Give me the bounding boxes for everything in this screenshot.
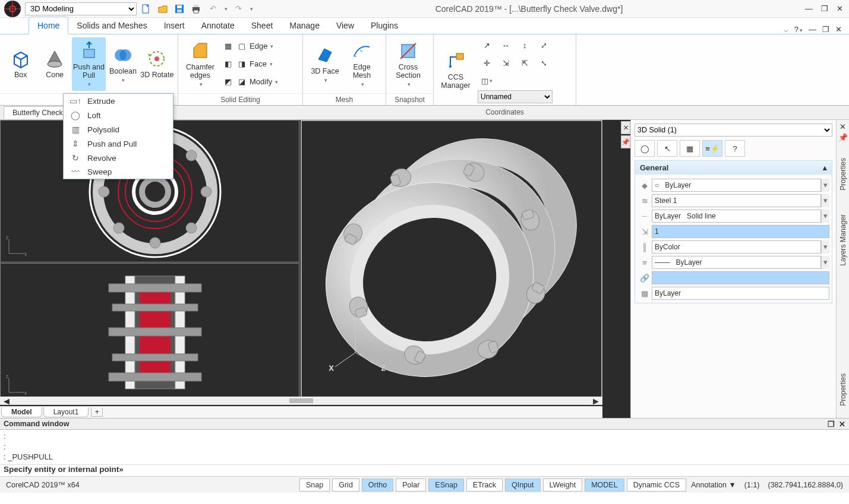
undo-icon[interactable]: ↶ [207,3,219,15]
toggle-qinput[interactable]: QInput [505,478,541,492]
3d-rotate-button[interactable]: 3D Rotate [140,37,174,91]
ccs-manager-button[interactable]: CCS Manager [437,43,474,97]
menu-loft[interactable]: ◯Loft [64,108,173,122]
coord-icon[interactable]: ⤢ [535,37,553,53]
cmd-restore-icon[interactable]: ❐ [828,420,835,429]
coord-icon[interactable]: ⇱ [516,55,534,71]
doc-minimize-icon[interactable]: — [809,25,816,34]
annotation-dd[interactable]: Annotation ▼ [691,481,736,489]
chevron-down-icon[interactable]: ▾ [821,194,829,207]
selection-select[interactable]: 3D Solid (1) [635,123,832,137]
pt-icon[interactable]: ◯ [635,140,655,157]
close-panel-icon[interactable]: ✕ [839,120,846,133]
boolean-button[interactable]: Boolean▾ [106,37,140,91]
tab-manage[interactable]: Manage [281,17,328,34]
scroll-right-icon[interactable]: ▶ [593,397,599,405]
coord-icon[interactable]: ◫▾ [478,72,495,89]
face-small-icon[interactable]: ◧ [222,58,234,70]
new-icon[interactable] [140,3,152,15]
coord-icon[interactable]: ↔ [497,37,515,53]
accordion-header[interactable]: General▴ [635,161,832,175]
scale-ratio[interactable]: (1:1) [744,481,760,489]
collapse-icon[interactable]: ▴ [823,163,827,172]
edge-icon[interactable]: ▢ [236,40,248,52]
face-label[interactable]: Face [250,59,267,68]
3dface-button[interactable]: 3D Face▾ [307,37,343,91]
toggle-esnap[interactable]: ESnap [428,478,464,492]
undo-dd[interactable]: ▾ [225,6,228,12]
linetype-field[interactable]: ByLayerSolid line [652,210,821,223]
scroll-thumb[interactable] [289,398,313,403]
save-icon[interactable] [173,3,185,15]
face-icon[interactable]: ◨ [236,58,248,70]
menu-extrude[interactable]: ▭↑Extrude [64,94,173,108]
command-prompt[interactable]: Specify entity or internal point» [0,464,849,476]
pushpin-icon[interactable]: 📌 [838,133,848,146]
pt-icon[interactable]: ≡⚡ [702,140,722,157]
viewport-iso[interactable]: Y Z X [301,120,602,401]
edgemesh-button[interactable]: Edge Mesh▾ [343,37,380,91]
pt-icon[interactable]: ▦ [680,140,700,157]
tab-annotate[interactable]: Annotate [193,17,243,34]
chamfer-button[interactable]: Chamfer edges▾ [182,37,219,91]
coord-icon[interactable]: ⤡ [535,55,553,71]
chevron-down-icon[interactable]: ▾ [821,240,829,253]
close-icon[interactable]: ✕ [837,4,843,13]
help-icon[interactable]: ? [725,140,745,157]
scroll-left-icon[interactable]: ◀ [4,397,10,405]
help-icon[interactable]: ?▾ [794,25,803,34]
toggle-dynamic ccs[interactable]: Dynamic CCS [627,478,687,492]
restore-icon[interactable]: ❐ [821,4,828,13]
chevron-down-icon[interactable]: ▾ [821,210,829,223]
tab-solids[interactable]: Solids and Meshes [68,17,155,34]
cone-button[interactable]: Cone [37,37,71,91]
color-field[interactable]: ○ByLayer [652,179,821,192]
tab-sheet[interactable]: Sheet [243,17,282,34]
coord-icon[interactable]: ↗ [478,37,495,53]
menu-pushpull[interactable]: ⇕Push and Pull [64,137,173,151]
pt-icon[interactable]: ↖ [657,140,677,157]
toggle-snap[interactable]: Snap [299,478,330,492]
collapse-ribbon-icon[interactable]: ⌵ [784,25,788,34]
coord-icon[interactable]: ↕ [516,37,534,53]
layer-field[interactable]: Steel 1 [652,194,821,207]
tab-plugins[interactable]: Plugins [362,17,406,34]
add-sheet-button[interactable]: + [91,408,103,417]
app-logo[interactable] [0,0,25,18]
modify-label[interactable]: Modify [250,77,272,86]
tab-insert[interactable]: Insert [156,17,193,34]
workspace-select[interactable]: 3D Modeling [25,2,137,15]
menu-revolve[interactable]: ↻Revolve [64,151,173,165]
coord-icon[interactable]: ✛ [478,55,495,71]
sidetab-properties2[interactable]: Properties [838,362,848,418]
pin-icon[interactable]: ✕ [621,121,630,134]
sheet-model[interactable]: Model [1,407,42,417]
scale-field[interactable]: 1 [652,225,829,238]
sheet-layout1[interactable]: Layout1 [43,407,89,417]
edge-label[interactable]: Edge [250,42,267,50]
tab-view[interactable]: View [328,17,362,34]
redo-icon[interactable]: ↷ [232,3,244,15]
menu-sweep[interactable]: 〰Sweep [64,165,173,179]
push-pull-button[interactable]: Push and Pull▾ [72,37,106,91]
pushpin-icon[interactable]: 📌 [621,135,630,148]
hyperlink-field[interactable] [652,271,829,284]
toggle-lweight[interactable]: LWeight [543,478,583,492]
menu-polysolid[interactable]: ▥Polysolid [64,122,173,137]
minimize-icon[interactable]: — [805,4,813,13]
material-field[interactable]: ByLayer [652,287,829,300]
box-button[interactable]: Box [4,37,37,91]
toggle-ortho[interactable]: Ortho [362,478,393,492]
tab-home[interactable]: Home [29,17,68,34]
viewport-front[interactable]: zx [0,263,299,401]
sidetab-layers[interactable]: Layers Manager [838,202,848,278]
command-body[interactable]: : : : _PUSHPULL [0,430,849,464]
toggle-polar[interactable]: Polar [396,478,426,492]
modify-small-icon[interactable]: ◩ [222,76,234,88]
plotcolor-field[interactable]: ByColor [652,240,821,253]
coord-name-select[interactable]: Unnamed [478,90,553,103]
sidetab-properties[interactable]: Properties [838,146,848,202]
coord-icon[interactable]: ⇲ [497,55,515,71]
toggle-model[interactable]: MODEL [585,478,624,492]
cmd-close-icon[interactable]: ✕ [839,420,845,429]
